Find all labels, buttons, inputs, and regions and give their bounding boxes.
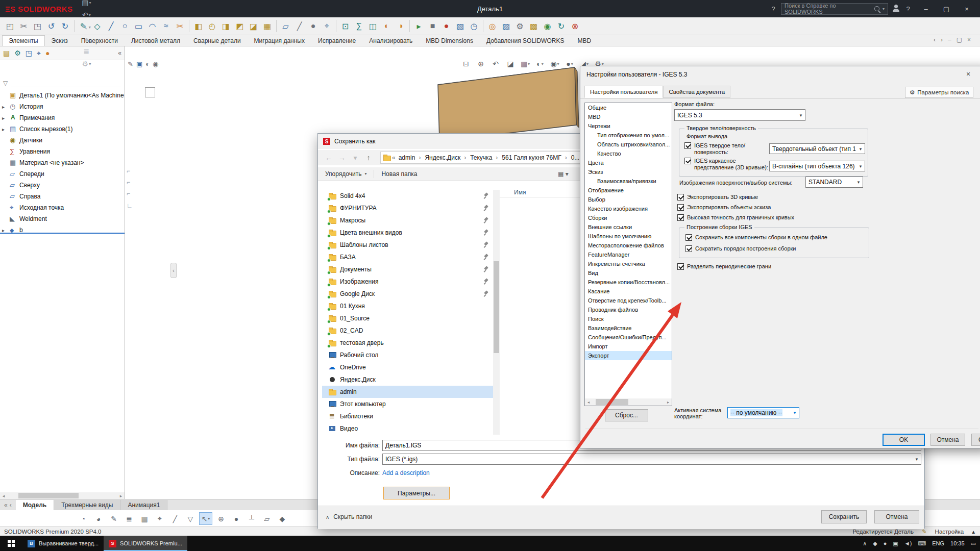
search-icon[interactable] (874, 6, 879, 11)
hidden-icons-chevron-icon[interactable]: ∧ (863, 540, 867, 547)
scrollbar-thumb[interactable] (18, 493, 79, 498)
expand-arrow-icon[interactable]: ▸ (2, 228, 7, 233)
feature-tree-item[interactable]: ▸ Справа (0, 191, 125, 202)
feature-tree-item[interactable]: ▸ Спереди (0, 168, 125, 180)
options-tree-item[interactable]: Внешние ссылки (585, 222, 672, 232)
command-tab[interactable]: Исправление (311, 35, 362, 46)
separator-tool-icon[interactable]: ╱ (168, 512, 182, 525)
feature-tree-item[interactable]: ▸ Примечания (0, 112, 125, 123)
ok-button[interactable]: OK (883, 434, 925, 446)
undo-small-icon[interactable]: ↺ (44, 19, 58, 33)
clock[interactable]: 10:35 (950, 540, 965, 546)
separator-icon[interactable] (189, 20, 189, 32)
tab-scroll-left-icon[interactable]: ‹ (10, 502, 12, 509)
breadcrumb-segment[interactable]: Яндекс.Диск (423, 154, 468, 161)
feature-tree-item[interactable]: ▸ Сверху (0, 180, 125, 191)
search-options-button[interactable]: ⚙ Параметры поиска (905, 87, 973, 98)
select-icon[interactable]: ↖ (80, 21, 92, 33)
forward-icon[interactable]: → (335, 151, 349, 164)
options-tree-item[interactable]: Область штриховки/запол... (585, 140, 672, 149)
nav-pane-item[interactable]: БАЗА (322, 251, 493, 263)
command-tab[interactable]: Листовой металл (125, 35, 187, 46)
sketch-tool-1-icon[interactable]: ◔ (77, 512, 90, 525)
expand-status-icon[interactable]: ▴ (972, 528, 975, 535)
collapse-panel-icon[interactable]: « (118, 49, 121, 57)
cancel-button[interactable]: Отмена (930, 434, 965, 446)
displaymanager-tab-icon[interactable]: ● (45, 49, 50, 58)
hide-folders-button[interactable]: ∧ Скрыть папки (326, 513, 372, 520)
options-tree-item[interactable]: MBD (585, 112, 672, 121)
feature-tree-root[interactable]: ▸ Деталь1 (По умолчанию<As Machine (0, 90, 125, 101)
rollback-bar[interactable] (0, 233, 125, 234)
save-all-components-checkbox[interactable]: Сохранить все компоненты сборки в одном … (685, 234, 827, 241)
options-tree-item[interactable]: Тип отображения по умол... (585, 131, 672, 140)
start-button[interactable] (0, 536, 22, 551)
options-tree-item[interactable]: Качество изображения (585, 204, 672, 213)
minimize-window-icon[interactable]: – (916, 1, 936, 16)
edit-appearance-hud-icon[interactable]: ● (563, 57, 576, 70)
paste-icon[interactable]: ◰ (3, 19, 17, 33)
iges-solid-select[interactable]: Твердотельный объект (тип 1 ▾ (769, 143, 865, 154)
feature-tree-item[interactable]: ▸ Исходная точка (0, 202, 125, 213)
options-tree-item[interactable]: Общие (585, 103, 672, 112)
options-tree-item[interactable]: Шаблоны по умолчанию (585, 232, 672, 241)
sketch-dimension-icon[interactable]: ≣ (122, 512, 136, 525)
customize-status[interactable]: Настройка (935, 529, 964, 535)
separator-icon[interactable] (483, 20, 483, 32)
options-tree-item[interactable]: Чертежи (585, 121, 672, 131)
swept-boss-icon[interactable]: ◨ (219, 19, 233, 33)
nav-pane-item[interactable]: Цвета внешних видов (322, 227, 493, 239)
axis-tool-icon[interactable]: ┴ (245, 512, 258, 525)
edit-appearance-icon[interactable]: ◐ (380, 19, 394, 33)
copy-icon[interactable]: ◳ (31, 19, 44, 33)
propertymanager-tab-icon[interactable]: ⚙ (14, 49, 21, 58)
options-tree-item[interactable]: Экспорт (585, 351, 672, 360)
options-tree-item[interactable]: Поиск (585, 314, 672, 323)
zoom-area-icon[interactable]: ⊕ (474, 57, 487, 70)
nav-pane-item[interactable]: Видео (322, 422, 493, 435)
display-style-icon[interactable]: ◐ (533, 57, 547, 70)
configurationmanager-tab-icon[interactable]: ◳ (26, 49, 32, 58)
section-view-icon[interactable]: ◪ (504, 57, 517, 70)
help-search-input[interactable]: Поиск в Справке по SOLIDWORKS ▾ (781, 3, 888, 15)
view-mode-icon[interactable]: ▦ ▾ (558, 170, 569, 178)
nav-pane-item[interactable]: 01_Source (322, 312, 493, 324)
close-dialog-button[interactable]: × (960, 68, 976, 80)
model-tab[interactable]: Трехмерные виды (54, 500, 120, 510)
expand-arrow-icon[interactable]: ▸ (2, 104, 7, 110)
options-icon[interactable]: ⚙ (80, 58, 92, 70)
reference-plane-icon[interactable]: ▱ (279, 19, 292, 33)
redo-small-icon[interactable]: ↻ (58, 19, 72, 33)
maximize-window-icon[interactable]: ▢ (936, 1, 957, 16)
help-button[interactable]: Справка (971, 434, 980, 446)
view-orientation-icon[interactable]: ▦ (519, 57, 532, 70)
nav-pane-item[interactable]: Solid 4x4 (322, 190, 493, 202)
options-tree-item[interactable]: Отверстие под крепеж/Toolb... (585, 296, 672, 305)
toolbox-icon[interactable]: ⚙ (513, 19, 527, 33)
hide-show-items-icon[interactable]: ◉ (548, 57, 561, 70)
circle-icon[interactable]: ○ (118, 19, 132, 33)
quick-snaps-icon[interactable]: ⊕ (214, 512, 228, 525)
render-tools-icon[interactable]: ◎ (485, 19, 499, 33)
origin-tool-icon[interactable]: ◆ (276, 512, 289, 525)
new-folder-button[interactable]: Новая папка (381, 170, 417, 178)
taskbar-app-button[interactable]: В Выравнивание тверд... (22, 536, 104, 551)
help-icon[interactable]: ? (903, 4, 913, 13)
chevron-down-icon[interactable]: ▾ (883, 7, 885, 11)
command-tab[interactable]: Анализировать (362, 35, 419, 46)
feature-tree-item[interactable]: ▸ История (0, 101, 125, 112)
iges-solid-checkbox[interactable]: IGES твердое тело/поверхность: (684, 142, 768, 156)
reference-axis-icon[interactable]: ╱ (292, 19, 306, 33)
rectangle-icon[interactable]: ▭ (132, 19, 145, 33)
scroll-left-icon[interactable]: ◂ (585, 400, 592, 405)
revolved-boss-icon[interactable]: ◴ (205, 19, 219, 33)
nav-pane-item[interactable]: 01 Кухня (322, 300, 493, 312)
select-cursor-icon[interactable]: ↖ (199, 512, 212, 525)
arc-icon[interactable]: ◠ (145, 19, 159, 33)
nav-pane-item[interactable]: Рабочий стол (322, 349, 493, 361)
doc-previous-icon[interactable]: ‹ (934, 36, 936, 43)
section-view-tool-icon[interactable]: ◫ (366, 19, 380, 33)
action-center-icon[interactable]: ▭ (971, 540, 976, 547)
add-description-link[interactable]: Add a description (382, 469, 430, 477)
nav-pane-scrollbar[interactable] (493, 190, 500, 435)
